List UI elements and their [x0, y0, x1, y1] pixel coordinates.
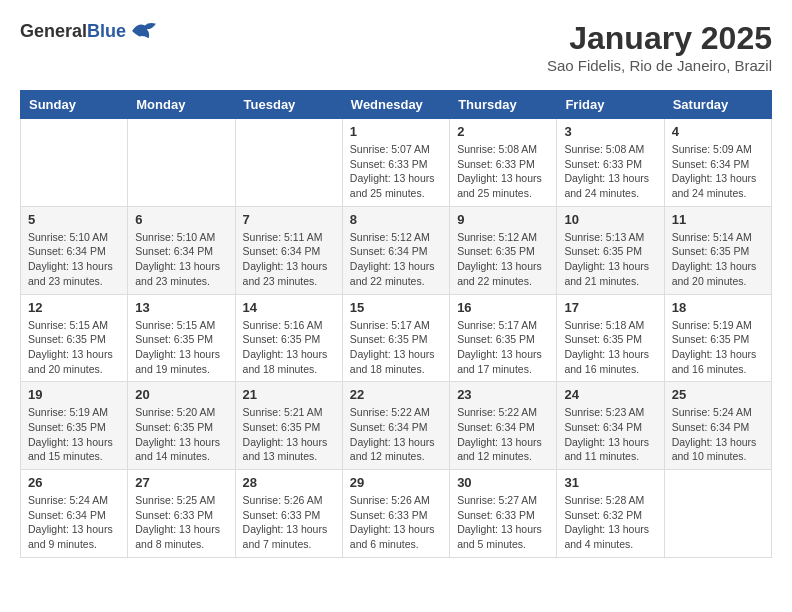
day-number: 19	[28, 387, 120, 402]
day-info: Sunrise: 5:24 AMSunset: 6:34 PMDaylight:…	[672, 405, 764, 464]
day-number: 9	[457, 212, 549, 227]
day-info: Sunrise: 5:18 AMSunset: 6:35 PMDaylight:…	[564, 318, 656, 377]
month-title: January 2025	[547, 20, 772, 57]
day-number: 24	[564, 387, 656, 402]
calendar-cell: 6Sunrise: 5:10 AMSunset: 6:34 PMDaylight…	[128, 206, 235, 294]
day-info: Sunrise: 5:27 AMSunset: 6:33 PMDaylight:…	[457, 493, 549, 552]
calendar-cell	[21, 119, 128, 207]
day-info: Sunrise: 5:16 AMSunset: 6:35 PMDaylight:…	[243, 318, 335, 377]
calendar-cell: 30Sunrise: 5:27 AMSunset: 6:33 PMDayligh…	[450, 470, 557, 558]
day-info: Sunrise: 5:26 AMSunset: 6:33 PMDaylight:…	[350, 493, 442, 552]
logo-bird-icon	[130, 20, 158, 42]
weekday-header-friday: Friday	[557, 91, 664, 119]
calendar-cell: 15Sunrise: 5:17 AMSunset: 6:35 PMDayligh…	[342, 294, 449, 382]
day-info: Sunrise: 5:19 AMSunset: 6:35 PMDaylight:…	[28, 405, 120, 464]
day-info: Sunrise: 5:23 AMSunset: 6:34 PMDaylight:…	[564, 405, 656, 464]
day-number: 22	[350, 387, 442, 402]
calendar-cell: 25Sunrise: 5:24 AMSunset: 6:34 PMDayligh…	[664, 382, 771, 470]
day-number: 16	[457, 300, 549, 315]
day-number: 6	[135, 212, 227, 227]
day-number: 31	[564, 475, 656, 490]
calendar-cell: 13Sunrise: 5:15 AMSunset: 6:35 PMDayligh…	[128, 294, 235, 382]
location-subtitle: Sao Fidelis, Rio de Janeiro, Brazil	[547, 57, 772, 74]
calendar-week-3: 12Sunrise: 5:15 AMSunset: 6:35 PMDayligh…	[21, 294, 772, 382]
page-header: GeneralBlue January 2025 Sao Fidelis, Ri…	[20, 20, 772, 74]
day-number: 26	[28, 475, 120, 490]
calendar-cell: 16Sunrise: 5:17 AMSunset: 6:35 PMDayligh…	[450, 294, 557, 382]
calendar-cell: 12Sunrise: 5:15 AMSunset: 6:35 PMDayligh…	[21, 294, 128, 382]
day-info: Sunrise: 5:28 AMSunset: 6:32 PMDaylight:…	[564, 493, 656, 552]
day-info: Sunrise: 5:20 AMSunset: 6:35 PMDaylight:…	[135, 405, 227, 464]
calendar-week-4: 19Sunrise: 5:19 AMSunset: 6:35 PMDayligh…	[21, 382, 772, 470]
day-number: 3	[564, 124, 656, 139]
day-number: 27	[135, 475, 227, 490]
calendar-cell	[128, 119, 235, 207]
calendar-cell: 24Sunrise: 5:23 AMSunset: 6:34 PMDayligh…	[557, 382, 664, 470]
day-number: 30	[457, 475, 549, 490]
calendar-cell: 21Sunrise: 5:21 AMSunset: 6:35 PMDayligh…	[235, 382, 342, 470]
calendar-cell: 3Sunrise: 5:08 AMSunset: 6:33 PMDaylight…	[557, 119, 664, 207]
day-info: Sunrise: 5:11 AMSunset: 6:34 PMDaylight:…	[243, 230, 335, 289]
day-number: 2	[457, 124, 549, 139]
calendar-cell: 17Sunrise: 5:18 AMSunset: 6:35 PMDayligh…	[557, 294, 664, 382]
calendar-week-5: 26Sunrise: 5:24 AMSunset: 6:34 PMDayligh…	[21, 470, 772, 558]
day-info: Sunrise: 5:13 AMSunset: 6:35 PMDaylight:…	[564, 230, 656, 289]
day-info: Sunrise: 5:12 AMSunset: 6:35 PMDaylight:…	[457, 230, 549, 289]
day-info: Sunrise: 5:21 AMSunset: 6:35 PMDaylight:…	[243, 405, 335, 464]
title-area: January 2025 Sao Fidelis, Rio de Janeiro…	[547, 20, 772, 74]
calendar-cell: 23Sunrise: 5:22 AMSunset: 6:34 PMDayligh…	[450, 382, 557, 470]
day-info: Sunrise: 5:26 AMSunset: 6:33 PMDaylight:…	[243, 493, 335, 552]
day-number: 17	[564, 300, 656, 315]
day-info: Sunrise: 5:17 AMSunset: 6:35 PMDaylight:…	[350, 318, 442, 377]
day-info: Sunrise: 5:07 AMSunset: 6:33 PMDaylight:…	[350, 142, 442, 201]
weekday-header-row: SundayMondayTuesdayWednesdayThursdayFrid…	[21, 91, 772, 119]
weekday-header-monday: Monday	[128, 91, 235, 119]
day-number: 11	[672, 212, 764, 227]
calendar-cell: 1Sunrise: 5:07 AMSunset: 6:33 PMDaylight…	[342, 119, 449, 207]
weekday-header-saturday: Saturday	[664, 91, 771, 119]
calendar-cell: 4Sunrise: 5:09 AMSunset: 6:34 PMDaylight…	[664, 119, 771, 207]
day-number: 7	[243, 212, 335, 227]
calendar-cell: 26Sunrise: 5:24 AMSunset: 6:34 PMDayligh…	[21, 470, 128, 558]
weekday-header-sunday: Sunday	[21, 91, 128, 119]
calendar-cell: 5Sunrise: 5:10 AMSunset: 6:34 PMDaylight…	[21, 206, 128, 294]
day-info: Sunrise: 5:17 AMSunset: 6:35 PMDaylight:…	[457, 318, 549, 377]
day-number: 4	[672, 124, 764, 139]
calendar-cell: 29Sunrise: 5:26 AMSunset: 6:33 PMDayligh…	[342, 470, 449, 558]
calendar-cell: 7Sunrise: 5:11 AMSunset: 6:34 PMDaylight…	[235, 206, 342, 294]
calendar-cell: 9Sunrise: 5:12 AMSunset: 6:35 PMDaylight…	[450, 206, 557, 294]
calendar-cell: 20Sunrise: 5:20 AMSunset: 6:35 PMDayligh…	[128, 382, 235, 470]
day-number: 8	[350, 212, 442, 227]
day-info: Sunrise: 5:08 AMSunset: 6:33 PMDaylight:…	[457, 142, 549, 201]
weekday-header-tuesday: Tuesday	[235, 91, 342, 119]
calendar-cell: 31Sunrise: 5:28 AMSunset: 6:32 PMDayligh…	[557, 470, 664, 558]
day-number: 5	[28, 212, 120, 227]
calendar-cell: 11Sunrise: 5:14 AMSunset: 6:35 PMDayligh…	[664, 206, 771, 294]
day-info: Sunrise: 5:10 AMSunset: 6:34 PMDaylight:…	[135, 230, 227, 289]
day-info: Sunrise: 5:19 AMSunset: 6:35 PMDaylight:…	[672, 318, 764, 377]
calendar-table: SundayMondayTuesdayWednesdayThursdayFrid…	[20, 90, 772, 558]
day-number: 29	[350, 475, 442, 490]
day-number: 18	[672, 300, 764, 315]
day-number: 20	[135, 387, 227, 402]
day-info: Sunrise: 5:22 AMSunset: 6:34 PMDaylight:…	[457, 405, 549, 464]
day-number: 25	[672, 387, 764, 402]
calendar-cell: 19Sunrise: 5:19 AMSunset: 6:35 PMDayligh…	[21, 382, 128, 470]
weekday-header-wednesday: Wednesday	[342, 91, 449, 119]
day-info: Sunrise: 5:25 AMSunset: 6:33 PMDaylight:…	[135, 493, 227, 552]
day-number: 21	[243, 387, 335, 402]
day-info: Sunrise: 5:09 AMSunset: 6:34 PMDaylight:…	[672, 142, 764, 201]
calendar-cell: 2Sunrise: 5:08 AMSunset: 6:33 PMDaylight…	[450, 119, 557, 207]
day-info: Sunrise: 5:12 AMSunset: 6:34 PMDaylight:…	[350, 230, 442, 289]
calendar-cell	[664, 470, 771, 558]
day-info: Sunrise: 5:15 AMSunset: 6:35 PMDaylight:…	[28, 318, 120, 377]
logo: GeneralBlue	[20, 20, 158, 42]
day-info: Sunrise: 5:22 AMSunset: 6:34 PMDaylight:…	[350, 405, 442, 464]
day-number: 12	[28, 300, 120, 315]
calendar-cell: 14Sunrise: 5:16 AMSunset: 6:35 PMDayligh…	[235, 294, 342, 382]
day-info: Sunrise: 5:08 AMSunset: 6:33 PMDaylight:…	[564, 142, 656, 201]
calendar-week-2: 5Sunrise: 5:10 AMSunset: 6:34 PMDaylight…	[21, 206, 772, 294]
calendar-cell: 10Sunrise: 5:13 AMSunset: 6:35 PMDayligh…	[557, 206, 664, 294]
calendar-cell: 28Sunrise: 5:26 AMSunset: 6:33 PMDayligh…	[235, 470, 342, 558]
calendar-cell: 8Sunrise: 5:12 AMSunset: 6:34 PMDaylight…	[342, 206, 449, 294]
